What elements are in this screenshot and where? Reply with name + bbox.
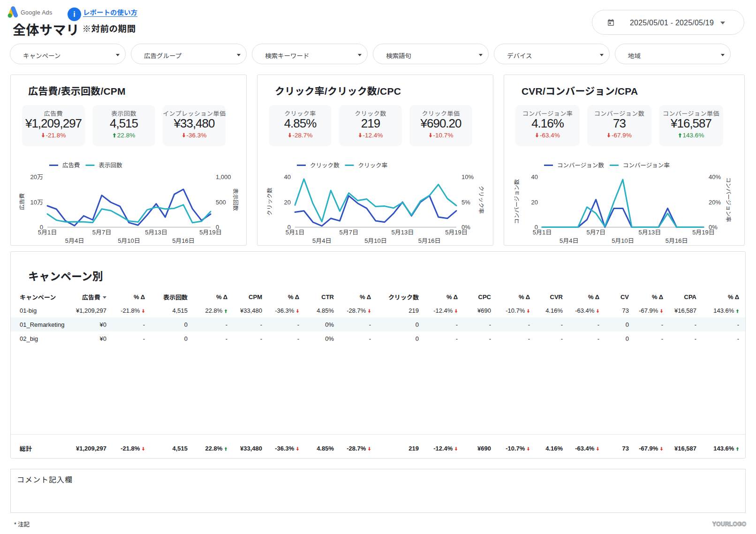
svg-text:5月16日: 5月16日 [665,237,688,244]
svg-text:コンバージョン数: コンバージョン数 [557,162,604,169]
svg-text:5月10日: 5月10日 [364,237,387,244]
svg-text:5月13日: 5月13日 [638,229,661,236]
svg-text:5月19日: 5月19日 [445,229,468,236]
svg-text:5月4日: 5月4日 [312,237,331,244]
svg-text:5月7日: 5月7日 [92,229,111,236]
svg-text:5月19日: 5月19日 [199,229,222,236]
svg-text:広告費: 広告費 [19,193,25,210]
svg-text:40: 40 [284,173,291,181]
svg-text:5月7日: 5月7日 [586,229,605,236]
svg-text:表示回数: 表示回数 [99,162,123,169]
svg-text:20: 20 [531,199,538,206]
svg-text:5月16日: 5月16日 [172,237,195,244]
svg-text:5月10日: 5月10日 [612,237,634,244]
svg-text:5月1日: 5月1日 [38,229,57,236]
svg-text:クリック数: クリック数 [310,162,340,169]
svg-text:5月13日: 5月13日 [391,229,414,236]
svg-text:5月19日: 5月19日 [692,229,715,236]
svg-text:コンバージョン数: コンバージョン数 [514,179,520,224]
svg-text:表示回数: 表示回数 [232,188,239,211]
svg-text:10%: 10% [461,173,474,181]
svg-text:クリック率: クリック率 [478,186,484,214]
svg-text:20万: 20万 [30,173,43,181]
svg-text:5月10日: 5月10日 [118,237,140,244]
svg-text:20%: 20% [709,199,721,206]
svg-text:10万: 10万 [30,199,43,206]
svg-text:500: 500 [216,199,226,206]
svg-text:40: 40 [531,173,538,181]
svg-text:5月16日: 5月16日 [418,237,441,244]
svg-text:5月4日: 5月4日 [559,237,578,244]
svg-text:20: 20 [284,199,291,206]
svg-text:クリック数: クリック数 [266,188,273,216]
svg-text:5月13日: 5月13日 [145,229,167,236]
svg-text:1,000: 1,000 [216,173,231,181]
svg-text:コンバージョン率: コンバージョン率 [623,162,670,169]
svg-text:広告費: 広告費 [62,162,80,169]
svg-text:5月4日: 5月4日 [65,237,84,244]
svg-text:クリック率: クリック率 [358,162,388,169]
svg-text:5月1日: 5月1日 [286,229,304,236]
svg-text:コンバージョン率: コンバージョン率 [725,177,732,222]
svg-text:5月1日: 5月1日 [533,229,552,236]
svg-text:5月7日: 5月7日 [339,229,358,236]
svg-text:40%: 40% [709,173,721,181]
svg-text:5%: 5% [461,199,470,206]
